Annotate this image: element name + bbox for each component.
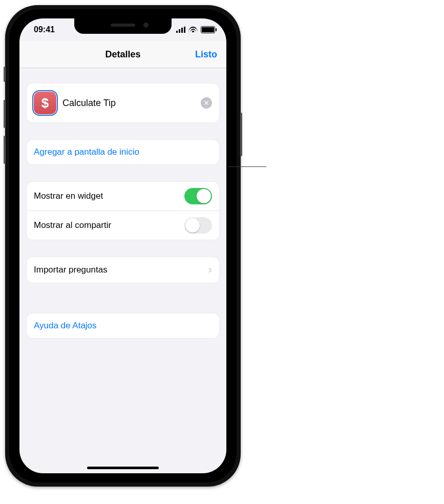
- screen: 09:41 Detalles Listo $: [19, 18, 226, 473]
- import-questions-group: Importar preguntas ›: [27, 257, 219, 283]
- add-to-home-label: Agregar a pantalla de inicio: [34, 147, 212, 157]
- show-in-widget-row: Mostrar en widget: [27, 182, 219, 211]
- show-in-widget-label: Mostrar en widget: [34, 191, 184, 201]
- page-title: Detalles: [105, 49, 140, 60]
- shortcuts-help-label: Ayuda de Atajos: [34, 321, 212, 331]
- shortcut-header-row[interactable]: $ Calculate Tip ✕: [27, 83, 219, 122]
- dollar-sign-icon: $: [41, 95, 49, 111]
- navigation-bar: Detalles Listo: [19, 41, 226, 68]
- help-group: Ayuda de Atajos: [27, 313, 219, 338]
- chevron-right-icon: ›: [208, 263, 212, 277]
- show-in-share-switch[interactable]: [184, 217, 212, 234]
- notch: [74, 18, 172, 34]
- battery-icon: [201, 26, 215, 33]
- show-in-widget-switch[interactable]: [184, 188, 212, 204]
- add-to-home-group: Agregar a pantalla de inicio: [27, 140, 219, 164]
- show-in-share-label: Mostrar al compartir: [34, 220, 184, 230]
- import-questions-button[interactable]: Importar preguntas ›: [27, 257, 219, 283]
- clear-name-button[interactable]: ✕: [201, 97, 212, 109]
- home-indicator[interactable]: [87, 467, 159, 469]
- callout-line: [228, 166, 266, 167]
- phone-frame: 09:41 Detalles Listo $: [5, 5, 241, 487]
- import-questions-label: Importar preguntas: [34, 265, 208, 275]
- shortcut-name-field[interactable]: Calculate Tip: [62, 98, 201, 109]
- volume-up-button: [4, 100, 6, 128]
- shortcuts-help-button[interactable]: Ayuda de Atajos: [27, 313, 219, 338]
- done-button[interactable]: Listo: [195, 41, 217, 68]
- status-time: 09:41: [34, 25, 55, 34]
- volume-down-button: [4, 136, 6, 164]
- power-button: [240, 113, 242, 156]
- mute-switch: [4, 67, 6, 82]
- cellular-icon: [176, 27, 185, 33]
- display-options-group: Mostrar en widget Mostrar al compartir: [27, 182, 219, 240]
- close-icon: ✕: [203, 99, 209, 107]
- shortcut-header-group: $ Calculate Tip ✕: [27, 83, 219, 122]
- add-to-home-button[interactable]: Agregar a pantalla de inicio: [27, 140, 219, 164]
- wifi-icon: [188, 27, 198, 33]
- show-in-share-row: Mostrar al compartir: [27, 211, 219, 240]
- shortcut-icon[interactable]: $: [34, 92, 56, 114]
